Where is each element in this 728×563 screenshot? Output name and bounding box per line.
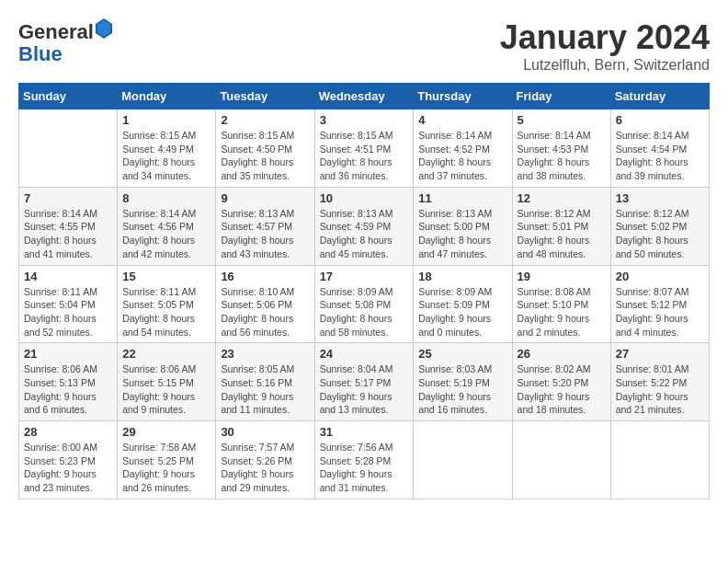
day-number: 24 (320, 347, 409, 361)
day-number: 13 (616, 191, 704, 205)
calendar-cell (512, 421, 610, 500)
calendar-cell: 5Sunrise: 8:14 AM Sunset: 4:53 PM Daylig… (512, 109, 610, 188)
day-number: 14 (24, 270, 112, 283)
day-number: 31 (320, 425, 409, 439)
day-info: Sunrise: 8:14 AM Sunset: 4:55 PM Dayligh… (24, 207, 112, 261)
calendar-cell: 13Sunrise: 8:12 AM Sunset: 5:02 PM Dayli… (610, 187, 709, 265)
day-number: 12 (518, 191, 606, 205)
calendar-cell: 3Sunrise: 8:15 AM Sunset: 4:51 PM Daylig… (314, 109, 414, 188)
day-info: Sunrise: 8:14 AM Sunset: 4:52 PM Dayligh… (418, 129, 506, 183)
day-number: 20 (616, 270, 704, 283)
calendar-subtitle: Lutzelfluh, Bern, Switzerland (500, 57, 710, 74)
calendar-cell (19, 109, 118, 188)
day-number: 4 (418, 113, 506, 127)
day-info: Sunrise: 8:06 AM Sunset: 5:13 PM Dayligh… (24, 362, 112, 417)
day-number: 29 (122, 425, 210, 439)
day-of-week-header: Wednesday (314, 84, 414, 109)
calendar-cell: 23Sunrise: 8:05 AM Sunset: 5:16 PM Dayli… (216, 343, 314, 421)
day-number: 30 (221, 425, 309, 439)
day-info: Sunrise: 8:12 AM Sunset: 5:02 PM Dayligh… (616, 207, 704, 261)
day-number: 2 (221, 113, 309, 127)
day-info: Sunrise: 8:04 AM Sunset: 5:17 PM Dayligh… (320, 362, 409, 417)
calendar-cell: 11Sunrise: 8:13 AM Sunset: 5:00 PM Dayli… (414, 187, 512, 265)
calendar-cell: 6Sunrise: 8:14 AM Sunset: 4:54 PM Daylig… (610, 109, 709, 188)
calendar-week-row: 28Sunrise: 8:00 AM Sunset: 5:23 PM Dayli… (19, 421, 710, 500)
day-info: Sunrise: 8:13 AM Sunset: 4:59 PM Dayligh… (320, 207, 409, 261)
day-info: Sunrise: 8:14 AM Sunset: 4:53 PM Dayligh… (518, 129, 606, 183)
day-info: Sunrise: 8:11 AM Sunset: 5:04 PM Dayligh… (24, 285, 112, 339)
day-info: Sunrise: 8:00 AM Sunset: 5:23 PM Dayligh… (24, 441, 112, 495)
day-number: 23 (221, 347, 309, 361)
day-number: 11 (418, 191, 506, 205)
calendar-cell: 24Sunrise: 8:04 AM Sunset: 5:17 PM Dayli… (314, 343, 414, 421)
day-info: Sunrise: 8:05 AM Sunset: 5:16 PM Dayligh… (221, 362, 309, 417)
calendar-cell: 27Sunrise: 8:01 AM Sunset: 5:22 PM Dayli… (610, 343, 709, 421)
calendar-cell: 15Sunrise: 8:11 AM Sunset: 5:05 PM Dayli… (118, 265, 216, 343)
day-info: Sunrise: 7:56 AM Sunset: 5:28 PM Dayligh… (320, 441, 409, 495)
day-number: 25 (418, 347, 506, 361)
logo-blue-text: Blue (18, 42, 63, 65)
day-info: Sunrise: 8:15 AM Sunset: 4:49 PM Dayligh… (122, 129, 210, 183)
day-number: 19 (518, 270, 606, 283)
calendar-cell: 14Sunrise: 8:11 AM Sunset: 5:04 PM Dayli… (19, 265, 118, 343)
day-info: Sunrise: 8:09 AM Sunset: 5:09 PM Dayligh… (418, 285, 506, 339)
calendar-cell: 25Sunrise: 8:03 AM Sunset: 5:19 PM Dayli… (414, 343, 512, 421)
day-info: Sunrise: 7:57 AM Sunset: 5:26 PM Dayligh… (221, 441, 309, 495)
day-info: Sunrise: 8:12 AM Sunset: 5:01 PM Dayligh… (518, 207, 606, 261)
day-info: Sunrise: 8:10 AM Sunset: 5:06 PM Dayligh… (221, 285, 309, 339)
day-of-week-header: Saturday (610, 84, 709, 109)
day-number: 3 (320, 113, 409, 127)
calendar-title: January 2024 (500, 18, 710, 57)
day-number: 6 (616, 113, 704, 127)
calendar-cell: 4Sunrise: 8:14 AM Sunset: 4:52 PM Daylig… (414, 109, 512, 188)
calendar-cell: 31Sunrise: 7:56 AM Sunset: 5:28 PM Dayli… (314, 421, 414, 500)
calendar-cell: 1Sunrise: 8:15 AM Sunset: 4:49 PM Daylig… (118, 109, 216, 188)
day-info: Sunrise: 8:15 AM Sunset: 4:50 PM Dayligh… (221, 129, 309, 183)
calendar-cell: 20Sunrise: 8:07 AM Sunset: 5:12 PM Dayli… (610, 265, 709, 343)
day-of-week-header: Sunday (19, 84, 118, 109)
day-info: Sunrise: 8:13 AM Sunset: 5:00 PM Dayligh… (418, 207, 506, 261)
day-info: Sunrise: 8:14 AM Sunset: 4:56 PM Dayligh… (122, 207, 210, 261)
calendar-cell: 28Sunrise: 8:00 AM Sunset: 5:23 PM Dayli… (19, 421, 118, 500)
day-number: 7 (24, 191, 112, 205)
calendar-table: SundayMondayTuesdayWednesdayThursdayFrid… (18, 83, 710, 500)
day-number: 9 (221, 191, 309, 205)
calendar-week-row: 7Sunrise: 8:14 AM Sunset: 4:55 PM Daylig… (19, 187, 710, 265)
calendar-cell: 30Sunrise: 7:57 AM Sunset: 5:26 PM Dayli… (216, 421, 314, 500)
calendar-cell: 2Sunrise: 8:15 AM Sunset: 4:50 PM Daylig… (216, 109, 314, 188)
calendar-cell: 22Sunrise: 8:06 AM Sunset: 5:15 PM Dayli… (118, 343, 216, 421)
calendar-cell: 8Sunrise: 8:14 AM Sunset: 4:56 PM Daylig… (118, 187, 216, 265)
day-info: Sunrise: 8:09 AM Sunset: 5:08 PM Dayligh… (320, 285, 409, 339)
day-number: 8 (122, 191, 210, 205)
day-number: 22 (122, 347, 210, 361)
calendar-cell: 9Sunrise: 8:13 AM Sunset: 4:57 PM Daylig… (216, 187, 314, 265)
day-number: 5 (518, 113, 606, 127)
day-number: 18 (418, 270, 506, 283)
day-info: Sunrise: 8:07 AM Sunset: 5:12 PM Dayligh… (616, 285, 704, 339)
day-info: Sunrise: 8:14 AM Sunset: 4:54 PM Dayligh… (616, 129, 704, 183)
calendar-cell: 7Sunrise: 8:14 AM Sunset: 4:55 PM Daylig… (19, 187, 118, 265)
logo-general-text: General (18, 20, 94, 43)
day-number: 28 (24, 425, 112, 439)
calendar-cell: 18Sunrise: 8:09 AM Sunset: 5:09 PM Dayli… (414, 265, 512, 343)
calendar-cell (414, 421, 512, 500)
day-info: Sunrise: 7:58 AM Sunset: 5:25 PM Dayligh… (122, 441, 210, 495)
calendar-cell: 12Sunrise: 8:12 AM Sunset: 5:01 PM Dayli… (512, 187, 610, 265)
day-info: Sunrise: 8:08 AM Sunset: 5:10 PM Dayligh… (518, 285, 606, 339)
calendar-cell: 29Sunrise: 7:58 AM Sunset: 5:25 PM Dayli… (118, 421, 216, 500)
logo-icon (96, 18, 112, 39)
day-number: 21 (24, 347, 112, 361)
day-number: 10 (320, 191, 409, 205)
calendar-cell: 10Sunrise: 8:13 AM Sunset: 4:59 PM Dayli… (314, 187, 414, 265)
calendar-cell: 17Sunrise: 8:09 AM Sunset: 5:08 PM Dayli… (314, 265, 414, 343)
day-number: 1 (122, 113, 210, 127)
logo: GeneralBlue (18, 18, 114, 65)
day-info: Sunrise: 8:15 AM Sunset: 4:51 PM Dayligh… (320, 129, 409, 183)
calendar-cell: 19Sunrise: 8:08 AM Sunset: 5:10 PM Dayli… (512, 265, 610, 343)
day-info: Sunrise: 8:02 AM Sunset: 5:20 PM Dayligh… (518, 362, 606, 417)
day-info: Sunrise: 8:01 AM Sunset: 5:22 PM Dayligh… (616, 362, 704, 417)
calendar-week-row: 1Sunrise: 8:15 AM Sunset: 4:49 PM Daylig… (19, 109, 710, 188)
day-of-week-header: Tuesday (216, 84, 314, 109)
calendar-week-row: 14Sunrise: 8:11 AM Sunset: 5:04 PM Dayli… (19, 265, 710, 343)
day-of-week-header: Monday (118, 84, 216, 109)
